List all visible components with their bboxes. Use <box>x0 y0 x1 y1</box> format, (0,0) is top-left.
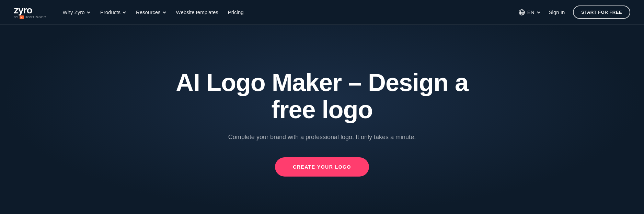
nav-products[interactable]: Products <box>96 7 130 18</box>
nav-why-zyro[interactable]: Why Zyro <box>59 7 95 18</box>
nav-items: Why Zyro Products Resources Website temp… <box>59 7 248 18</box>
logo[interactable]: zyro BY H HOSTINGER <box>14 5 46 19</box>
language-selector[interactable]: EN <box>518 9 541 16</box>
nav-website-templates[interactable]: Website templates <box>172 7 222 18</box>
chevron-down-icon <box>537 10 541 14</box>
sign-in-link[interactable]: Sign In <box>548 7 566 18</box>
navbar-left: zyro BY H HOSTINGER Why Zyro Products <box>14 5 248 19</box>
logo-by-text: BY <box>14 15 19 19</box>
language-label: EN <box>527 9 534 15</box>
navbar-right: EN Sign In START FOR FREE <box>518 5 630 19</box>
nav-resources-label: Resources <box>136 9 161 15</box>
navbar: zyro BY H HOSTINGER Why Zyro Products <box>0 0 644 25</box>
logo-hostinger-text: BY H HOSTINGER <box>14 15 46 19</box>
hero-title: AI Logo Maker – Design a free logo <box>168 69 476 123</box>
hostinger-label: HOSTINGER <box>25 15 46 19</box>
hero-subtitle: Complete your brand with a professional … <box>228 134 416 141</box>
nav-pricing-label: Pricing <box>228 9 244 15</box>
chevron-down-icon <box>162 10 166 14</box>
nav-pricing[interactable]: Pricing <box>224 7 248 18</box>
nav-why-zyro-label: Why Zyro <box>63 9 85 15</box>
create-logo-button[interactable]: CREATE YOUR LOGO <box>275 157 369 177</box>
chevron-down-icon <box>87 10 91 14</box>
nav-website-templates-label: Website templates <box>176 9 218 15</box>
nav-products-label: Products <box>100 9 120 15</box>
hero-section: AI Logo Maker – Design a free logo Compl… <box>0 25 644 214</box>
hostinger-icon: H <box>20 15 24 19</box>
chevron-down-icon <box>122 10 126 14</box>
start-free-button[interactable]: START FOR FREE <box>573 5 630 19</box>
nav-resources[interactable]: Resources <box>132 7 171 18</box>
globe-icon <box>518 9 525 16</box>
logo-zyro-text: zyro <box>14 5 32 15</box>
